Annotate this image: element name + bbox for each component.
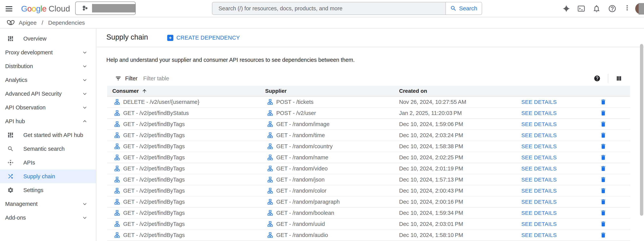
- delete-icon[interactable]: [600, 110, 606, 116]
- dependencies-table: Consumer Supplier Created on DELETE - /v…: [107, 86, 630, 241]
- column-header-supplier[interactable]: Supplier: [260, 88, 392, 94]
- top-bar: G o o g l e Cloud Search (/) for resourc…: [0, 0, 644, 17]
- see-details-link[interactable]: SEE DETAILS: [521, 166, 557, 172]
- cloud-shell-icon[interactable]: [577, 4, 586, 13]
- supplier-cell: GET - /random/paragraph: [260, 199, 392, 205]
- table-help-icon[interactable]: [594, 75, 600, 82]
- table-row: GET - /v2/pet/findByTags GET - /random/t…: [107, 130, 630, 141]
- api-operation-tree-icon: [267, 166, 273, 172]
- see-details-link[interactable]: SEE DETAILS: [521, 154, 557, 160]
- api-operation-tree-icon: [114, 143, 120, 150]
- created-on-cell: Nov 26, 2024, 10:27:55 AM: [392, 99, 514, 105]
- supplier-operation: GET - /random/json: [276, 176, 325, 183]
- column-header-consumer[interactable]: Consumer: [112, 88, 139, 94]
- search-button[interactable]: Search: [446, 2, 482, 14]
- create-dependency-button[interactable]: CREATE DEPENDENCY: [167, 34, 240, 41]
- see-details-link[interactable]: SEE DETAILS: [521, 99, 557, 105]
- see-details-link[interactable]: SEE DETAILS: [521, 132, 557, 138]
- breadcrumb-product[interactable]: Apigee: [19, 20, 36, 26]
- sidebar-item-api-observation[interactable]: API Observation: [0, 100, 96, 114]
- consumer-cell: GET - /v2/pet/findByTags: [107, 154, 260, 161]
- supplier-operation: POST - /v2/user: [276, 110, 316, 116]
- sort-ascending-icon[interactable]: [142, 88, 147, 94]
- sidebar-item-overview[interactable]: Overview: [0, 32, 96, 46]
- delete-icon[interactable]: [600, 143, 606, 150]
- delete-icon[interactable]: [600, 221, 606, 227]
- sidebar-item-settings[interactable]: Settings: [0, 183, 96, 197]
- project-picker[interactable]: [75, 2, 136, 15]
- see-details-link[interactable]: SEE DETAILS: [521, 188, 557, 194]
- see-details-link[interactable]: SEE DETAILS: [521, 110, 557, 116]
- sidebar-item-label: Advanced API Security: [5, 91, 62, 97]
- delete-icon[interactable]: [600, 210, 606, 216]
- logo-cloud-text: Cloud: [48, 4, 70, 14]
- consumer-cell: GET - /v2/pet/findByTags: [107, 199, 260, 205]
- sidebar-item-supply-chain[interactable]: Supply chain: [0, 170, 96, 183]
- see-details-link[interactable]: SEE DETAILS: [521, 199, 557, 205]
- sidebar-item-management[interactable]: Management: [0, 197, 96, 211]
- sidebar-item-apis[interactable]: APIs: [0, 156, 96, 170]
- delete-icon[interactable]: [600, 99, 606, 105]
- search-icon: [7, 146, 14, 152]
- sidebar-item-add-ons[interactable]: Add-ons: [0, 211, 96, 224]
- see-details-link[interactable]: SEE DETAILS: [521, 144, 557, 150]
- delete-icon[interactable]: [600, 198, 606, 205]
- created-on-cell: Jan 2, 2025, 11:20:03 PM: [392, 110, 514, 116]
- consumer-operation: GET - /v2/pet/findByTags: [123, 132, 185, 138]
- supplier-operation: GET - /random/video: [276, 166, 328, 172]
- sidebar-item-analytics[interactable]: Analytics: [0, 73, 96, 87]
- supplier-operation: GET - /random/uuid: [276, 221, 325, 227]
- sidebar-item-distribution[interactable]: Distribution: [0, 59, 96, 73]
- delete-icon[interactable]: [600, 154, 606, 161]
- sidebar-item-label: Semantic search: [23, 146, 65, 152]
- logo-letter: o: [27, 4, 32, 14]
- delete-icon[interactable]: [600, 188, 606, 194]
- api-operation-tree-icon: [114, 199, 120, 205]
- delete-icon[interactable]: [600, 121, 606, 128]
- more-options-icon[interactable]: [624, 4, 630, 13]
- column-settings-icon[interactable]: [616, 75, 622, 82]
- vertical-scrollbar[interactable]: [640, 44, 643, 216]
- delete-icon[interactable]: [600, 132, 606, 138]
- table-body: DELETE - /v2/user/{username} POST - /tic…: [107, 96, 630, 241]
- sidebar-item-get-started-api-hub[interactable]: Get started with API hub: [0, 128, 96, 142]
- sidebar-item-advanced-api-security[interactable]: Advanced API Security: [0, 87, 96, 100]
- table-row: GET - /v2/pet/findByTags GET - /random/p…: [107, 196, 630, 208]
- add-icon: [167, 35, 173, 41]
- filter-table-input[interactable]: Filter table: [143, 75, 169, 82]
- supplier-operation: GET - /random/paragraph: [276, 199, 340, 205]
- created-on-cell: Dec 10, 2024, 1:59:34 PM: [392, 210, 514, 216]
- sidebar-item-proxy-development[interactable]: Proxy development: [0, 46, 96, 59]
- breadcrumb-page: Dependencies: [48, 20, 85, 26]
- table-row: GET - /v2/pet/findByTags GET - /random/i…: [107, 119, 630, 130]
- sidebar-item-semantic-search[interactable]: Semantic search: [0, 142, 96, 156]
- delete-icon[interactable]: [600, 232, 606, 238]
- api-operation-tree-icon: [114, 221, 120, 227]
- header-divider: [97, 47, 644, 47]
- delete-icon[interactable]: [600, 176, 606, 183]
- see-details-link[interactable]: SEE DETAILS: [521, 232, 557, 238]
- column-header-created-on[interactable]: Created on: [392, 88, 514, 94]
- api-operation-tree-icon: [114, 210, 120, 216]
- see-details-link[interactable]: SEE DETAILS: [521, 210, 557, 216]
- see-details-link[interactable]: SEE DETAILS: [521, 221, 557, 227]
- consumer-cell: GET - /v2/pet/findByTags: [107, 121, 260, 128]
- api-operation-tree-icon: [114, 132, 120, 138]
- table-row: GET - /v2/pet/findByTags GET - /random/a…: [107, 230, 630, 241]
- see-details-link[interactable]: SEE DETAILS: [521, 121, 557, 127]
- notifications-bell-icon[interactable]: [592, 4, 601, 13]
- delete-icon[interactable]: [600, 165, 606, 172]
- chevron-down-icon: [82, 201, 88, 207]
- hamburger-menu-icon[interactable]: [4, 4, 14, 13]
- created-on-cell: Dec 10, 2024, 2:02:25 PM: [392, 154, 514, 161]
- supplier-cell: GET - /random/image: [260, 121, 392, 128]
- sidebar-item-label: Proxy development: [5, 49, 52, 56]
- gemini-sparkle-icon[interactable]: [562, 4, 570, 13]
- consumer-cell: GET - /v2/pet/findByTags: [107, 210, 260, 216]
- supplier-cell: POST - /tickets: [260, 99, 392, 105]
- logo-letter: l: [40, 4, 42, 14]
- see-details-link[interactable]: SEE DETAILS: [521, 177, 557, 183]
- search-input[interactable]: Search (/) for resources, docs, products…: [212, 2, 446, 14]
- help-icon[interactable]: [608, 4, 616, 13]
- sidebar-item-api-hub[interactable]: API hub: [0, 114, 96, 128]
